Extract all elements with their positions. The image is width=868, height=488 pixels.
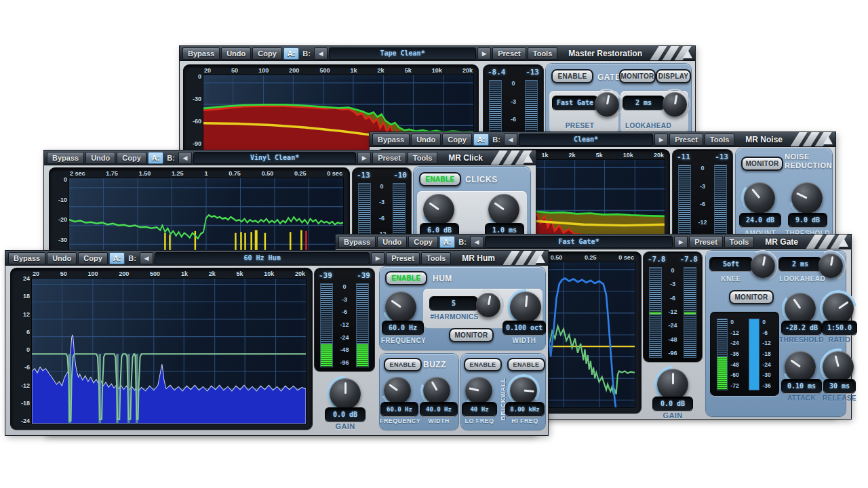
window-title: MR Noise xyxy=(745,135,783,144)
gate-lookahead-knob[interactable] xyxy=(663,92,687,117)
brickwall-hi-freq-value: 8.00 kHz xyxy=(506,403,544,416)
meter-bar-left xyxy=(320,283,333,367)
next-preset-button[interactable]: ▶ xyxy=(477,47,491,60)
amount-knob[interactable] xyxy=(744,182,775,214)
bypass-button[interactable]: Bypass xyxy=(8,252,45,264)
brickwall-hi-enable-button[interactable]: ENABLE xyxy=(507,358,545,371)
copy-button[interactable]: Copy xyxy=(442,134,472,146)
knee-knob[interactable] xyxy=(751,253,775,278)
title-bar[interactable]: Bypass Undo Copy A: B: ◀ Tape Clean* ▶ P… xyxy=(180,46,695,61)
bypass-button[interactable]: Bypass xyxy=(47,152,84,164)
copy-button[interactable]: Copy xyxy=(78,252,108,264)
tick-label: -12 xyxy=(698,219,707,226)
clicks-threshold-knob[interactable] xyxy=(423,194,454,225)
tick-label: -12 xyxy=(21,382,30,389)
gate-monitor-button[interactable]: MONITOR xyxy=(619,69,656,83)
tick-label: 5k xyxy=(596,152,603,159)
harmonics-value[interactable]: 5 xyxy=(430,297,477,310)
ab-toggle-button[interactable]: A: xyxy=(109,252,125,264)
brickwall-hi-freq-knob[interactable] xyxy=(510,377,537,404)
buzz-frequency-label: FREQUENCY xyxy=(380,418,419,424)
preset-menu-button[interactable]: Preset xyxy=(669,134,703,146)
ab-toggle-button[interactable]: A: xyxy=(148,152,164,164)
lookahead-knob[interactable] xyxy=(818,253,843,278)
prev-preset-button[interactable]: ◀ xyxy=(504,134,517,146)
buzz-enable-button[interactable]: ENABLE xyxy=(384,358,422,371)
tools-button[interactable]: Tools xyxy=(705,134,735,146)
preset-menu-button[interactable]: Preset xyxy=(372,152,406,164)
next-preset-button[interactable]: ▶ xyxy=(674,236,688,248)
hum-enable-button[interactable]: ENABLE xyxy=(385,271,427,285)
monitor-button[interactable]: MONITOR xyxy=(741,157,783,171)
title-bar[interactable]: Bypass Undo Copy A: B: ◀ Fast Gate* ▶ Pr… xyxy=(336,235,851,249)
bypass-button[interactable]: Bypass xyxy=(372,134,410,146)
clicks-enable-button[interactable]: ENABLE xyxy=(419,172,461,186)
preset-menu-button[interactable]: Preset xyxy=(689,236,723,248)
preset-name-display[interactable]: Vinyl Clean* xyxy=(193,152,356,164)
hum-monitor-button[interactable]: MONITOR xyxy=(449,328,494,342)
copy-button[interactable]: Copy xyxy=(408,236,438,248)
next-preset-button[interactable]: ▶ xyxy=(371,252,384,264)
tick-label: -24 xyxy=(21,418,30,424)
monitor-button[interactable]: MONITOR xyxy=(729,290,774,304)
undo-button[interactable]: Undo xyxy=(221,47,251,60)
knee-value[interactable]: Soft xyxy=(710,258,752,271)
brickwall-lo-enable-button[interactable]: ENABLE xyxy=(464,358,502,371)
bypass-button[interactable]: Bypass xyxy=(182,47,220,60)
release-knob[interactable] xyxy=(823,351,854,382)
tick-label: 500 xyxy=(150,270,160,277)
prev-preset-button[interactable]: ◀ xyxy=(470,236,484,248)
hum-width-knob[interactable] xyxy=(510,291,541,323)
preset-name-display[interactable]: Tape Clean* xyxy=(329,47,476,60)
clicks-shape-knob[interactable] xyxy=(488,194,519,225)
preset-name-display[interactable]: Fast Gate* xyxy=(485,236,673,248)
tick-label: 200 xyxy=(119,270,129,277)
brickwall-lo-freq-knob[interactable] xyxy=(465,377,492,404)
prev-preset-button[interactable]: ◀ xyxy=(178,152,192,164)
tools-button[interactable]: Tools xyxy=(408,152,438,164)
next-preset-button[interactable]: ▶ xyxy=(654,134,668,146)
gain-knob[interactable] xyxy=(657,369,688,400)
ab-toggle-button[interactable]: A: xyxy=(439,236,456,248)
tick-label: -12 xyxy=(340,321,349,328)
undo-button[interactable]: Undo xyxy=(47,252,77,264)
gate-lookahead-value[interactable]: 2 ms xyxy=(623,96,664,110)
waves-logo xyxy=(491,150,533,165)
threshold-knob[interactable] xyxy=(785,293,816,324)
gate-display-button[interactable]: DISPLAY xyxy=(656,69,691,83)
ratio-knob[interactable] xyxy=(823,293,854,324)
gate-enable-button[interactable]: ENABLE xyxy=(551,69,593,83)
attack-knob[interactable] xyxy=(785,351,816,382)
bypass-button[interactable]: Bypass xyxy=(338,236,376,248)
threshold-knob[interactable] xyxy=(791,182,823,214)
hum-frequency-knob[interactable] xyxy=(385,291,416,323)
prev-preset-button[interactable]: ◀ xyxy=(314,47,328,60)
title-bar[interactable]: Bypass Undo Copy A: B: ◀ 60 Hz Hum ▶ Pre… xyxy=(5,251,548,266)
undo-button[interactable]: Undo xyxy=(411,134,441,146)
prev-preset-button[interactable]: ◀ xyxy=(140,252,153,264)
preset-name-display[interactable]: 60 Hz Hum xyxy=(155,252,370,264)
tick-label: 2k xyxy=(569,152,576,159)
copy-button[interactable]: Copy xyxy=(117,152,146,164)
preset-menu-button[interactable]: Preset xyxy=(386,252,420,264)
undo-button[interactable]: Undo xyxy=(377,236,407,248)
undo-button[interactable]: Undo xyxy=(85,152,115,164)
ab-toggle-button[interactable]: A: xyxy=(473,134,490,146)
preset-name-display[interactable]: Clean* xyxy=(519,134,653,146)
buzz-frequency-knob[interactable] xyxy=(384,377,411,404)
tools-button[interactable]: Tools xyxy=(724,236,755,248)
gate-preset-knob[interactable] xyxy=(595,92,619,117)
meter-readout-right: -13 xyxy=(715,152,728,161)
copy-button[interactable]: Copy xyxy=(252,47,282,60)
title-bar[interactable]: Bypass Undo Copy A: B: ◀ Clean* ▶ Preset… xyxy=(370,132,835,147)
next-preset-button[interactable]: ▶ xyxy=(357,152,371,164)
preset-menu-button[interactable]: Preset xyxy=(492,47,526,60)
reduction-meter-bar xyxy=(717,319,728,390)
title-bar[interactable]: Bypass Undo Copy A: B: ◀ Vinyl Clean* ▶ … xyxy=(44,150,536,165)
tools-button[interactable]: Tools xyxy=(528,47,558,60)
buzz-width-knob[interactable] xyxy=(423,377,450,404)
gain-knob[interactable] xyxy=(330,378,361,409)
waves-logo xyxy=(806,235,848,249)
tools-button[interactable]: Tools xyxy=(421,252,452,264)
ab-toggle-button[interactable]: A: xyxy=(283,47,300,60)
